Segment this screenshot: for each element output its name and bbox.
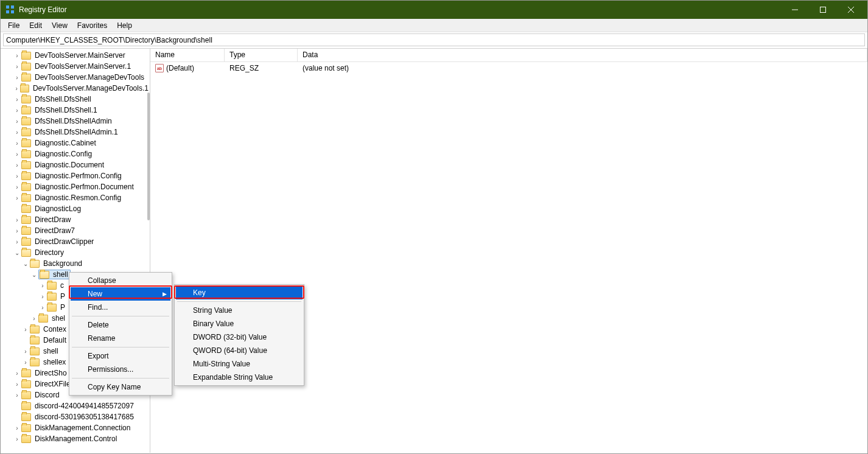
tree-item[interactable]: ⌄Directory bbox=[1, 247, 150, 258]
expand-icon[interactable]: › bbox=[13, 85, 20, 92]
close-button[interactable] bbox=[837, 1, 865, 19]
cm-copy-key-name[interactable]: Copy Key Name bbox=[71, 380, 170, 394]
tree-item[interactable]: ›DirectDraw7 bbox=[1, 225, 150, 236]
expand-icon[interactable]: › bbox=[21, 359, 30, 366]
expand-icon[interactable]: › bbox=[13, 381, 21, 388]
cm-new[interactable]: New▶ bbox=[71, 287, 170, 301]
tree-label: DirectDrawClipper bbox=[33, 237, 95, 246]
tree-item[interactable]: ›DiskManagement.Control bbox=[1, 433, 150, 444]
cm-delete[interactable]: Delete bbox=[71, 318, 170, 332]
folder-icon bbox=[30, 347, 40, 355]
expand-icon[interactable]: › bbox=[38, 293, 47, 300]
expand-icon[interactable]: › bbox=[13, 184, 21, 190]
expand-icon[interactable]: › bbox=[13, 239, 21, 245]
expand-icon[interactable]: › bbox=[13, 140, 21, 147]
tree-item[interactable]: ›Diagnostic.Document bbox=[1, 159, 150, 170]
tree-item[interactable]: discord-530196305138417685 bbox=[1, 411, 150, 422]
scrollbar-thumb[interactable] bbox=[147, 93, 150, 220]
menu-favorites[interactable]: Favorites bbox=[72, 20, 112, 31]
tree-label: DiskManagement.Control bbox=[33, 435, 118, 443]
tree-item[interactable]: ›Diagnostic.Resmon.Config bbox=[1, 192, 150, 203]
expand-icon[interactable]: › bbox=[21, 348, 30, 355]
collapse-icon[interactable]: ⌄ bbox=[13, 250, 21, 256]
col-data[interactable]: Data bbox=[298, 49, 867, 61]
tree-label: P bbox=[59, 292, 66, 301]
collapse-icon[interactable]: ⌄ bbox=[21, 260, 30, 267]
expand-icon[interactable]: › bbox=[13, 425, 21, 431]
expand-icon[interactable]: › bbox=[13, 436, 21, 442]
tree-item[interactable]: ›DevToolsServer.MainServer bbox=[1, 50, 150, 61]
menu-edit[interactable]: Edit bbox=[24, 20, 47, 31]
folder-icon bbox=[21, 249, 31, 257]
folder-icon bbox=[21, 205, 31, 213]
tree-item[interactable]: ›Diagnostic.Cabinet bbox=[1, 138, 150, 148]
cm-export[interactable]: Export bbox=[71, 349, 170, 363]
minimize-button[interactable] bbox=[781, 1, 809, 19]
cm-find[interactable]: Find... bbox=[71, 301, 170, 314]
tree-item[interactable]: ›Diagnostic.Perfmon.Config bbox=[1, 170, 150, 181]
expand-icon[interactable]: › bbox=[13, 107, 21, 114]
menu-help[interactable]: Help bbox=[112, 20, 137, 31]
expand-icon[interactable]: › bbox=[13, 52, 21, 59]
expand-icon[interactable]: › bbox=[38, 282, 47, 289]
collapse-icon[interactable]: ⌄ bbox=[30, 271, 38, 278]
tree-item[interactable]: ›Diagnostic.Config bbox=[1, 148, 150, 159]
tree-item[interactable]: ›DirectDraw bbox=[1, 214, 150, 225]
expand-icon[interactable]: › bbox=[13, 162, 21, 169]
cm-new-expandstring[interactable]: Expandable String Value bbox=[176, 371, 303, 384]
maximize-button[interactable] bbox=[809, 1, 837, 19]
cm-collapse[interactable]: Collapse bbox=[71, 274, 170, 287]
tree-item[interactable]: ›DevToolsServer.MainServer.1 bbox=[1, 61, 150, 72]
expand-icon[interactable]: › bbox=[13, 195, 21, 201]
tree-item[interactable]: ›DevToolsServer.ManageDevTools bbox=[1, 72, 150, 83]
expand-icon[interactable]: › bbox=[38, 304, 47, 311]
menu-file[interactable]: File bbox=[3, 20, 24, 31]
expand-icon[interactable]: › bbox=[13, 74, 21, 81]
cm-new-key[interactable]: Key bbox=[176, 286, 303, 299]
expand-icon[interactable]: › bbox=[13, 129, 21, 136]
expand-icon[interactable]: › bbox=[13, 370, 21, 377]
svg-rect-3 bbox=[11, 10, 14, 13]
tree-item[interactable]: ›DfsShell.DfsShellAdmin bbox=[1, 116, 150, 127]
tree-item[interactable]: ⌄Background bbox=[1, 258, 150, 269]
cm-permissions[interactable]: Permissions... bbox=[71, 363, 170, 376]
col-type[interactable]: Type bbox=[225, 49, 298, 61]
tree-item[interactable]: ›Diagnostic.Perfmon.Document bbox=[1, 181, 150, 192]
menu-view[interactable]: View bbox=[47, 20, 72, 31]
values-pane[interactable]: Name Type Data ab(Default)REG_SZ(value n… bbox=[150, 49, 867, 453]
svg-rect-1 bbox=[6, 10, 9, 13]
tree-item[interactable]: DiagnosticLog bbox=[1, 203, 150, 214]
tree-item[interactable]: ›DirectDrawClipper bbox=[1, 236, 150, 247]
tree-item[interactable]: ›DiskManagement.Connection bbox=[1, 422, 150, 433]
value-row[interactable]: ab(Default)REG_SZ(value not set) bbox=[150, 62, 867, 74]
tree-item[interactable]: ›DfsShell.DfsShellAdmin.1 bbox=[1, 127, 150, 138]
tree-item[interactable]: ›DevToolsServer.ManageDevTools.1 bbox=[1, 83, 150, 94]
expand-icon[interactable]: › bbox=[30, 315, 38, 322]
tree-item[interactable]: ›DfsShell.DfsShell bbox=[1, 94, 150, 105]
cm-new-dword[interactable]: DWORD (32-bit) Value bbox=[176, 330, 303, 344]
expand-icon[interactable]: › bbox=[13, 63, 21, 70]
col-name[interactable]: Name bbox=[150, 49, 225, 61]
expand-icon[interactable]: › bbox=[13, 228, 21, 234]
cm-new-qword[interactable]: QWORD (64-bit) Value bbox=[176, 344, 303, 357]
cm-new-string[interactable]: String Value bbox=[176, 304, 303, 317]
expand-icon[interactable]: › bbox=[13, 96, 21, 103]
address-bar[interactable]: Computer\HKEY_CLASSES_ROOT\Directory\Bac… bbox=[3, 33, 865, 46]
svg-rect-0 bbox=[6, 5, 9, 9]
expand-icon[interactable]: › bbox=[13, 217, 21, 223]
tree-item[interactable]: discord-424004941485572097 bbox=[1, 400, 150, 411]
tree-label: Background bbox=[42, 259, 83, 268]
tree-label: Default bbox=[42, 336, 68, 344]
expand-icon[interactable]: › bbox=[13, 173, 21, 180]
tree-item[interactable]: ›DfsShell.DfsShell.1 bbox=[1, 105, 150, 116]
tree-label: P bbox=[59, 303, 66, 312]
expand-icon[interactable]: › bbox=[21, 326, 30, 333]
cm-rename[interactable]: Rename bbox=[71, 332, 170, 345]
menubar: File Edit View Favorites Help bbox=[1, 19, 867, 32]
expand-icon[interactable]: › bbox=[13, 151, 21, 158]
expand-icon[interactable]: › bbox=[13, 392, 21, 399]
expand-icon[interactable]: › bbox=[13, 118, 21, 125]
cm-new-binary[interactable]: Binary Value bbox=[176, 317, 303, 330]
value-data: (value not set) bbox=[298, 64, 867, 72]
cm-new-multistring[interactable]: Multi-String Value bbox=[176, 357, 303, 371]
